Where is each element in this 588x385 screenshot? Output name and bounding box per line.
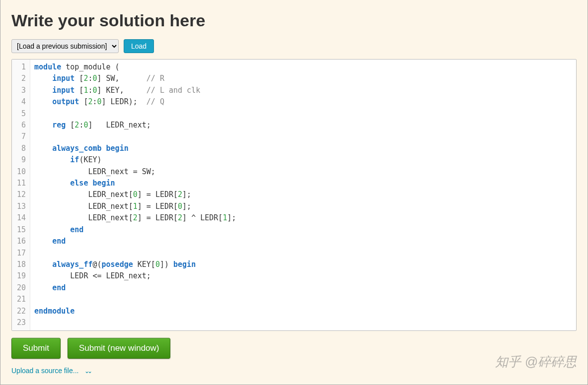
code-token: [34, 225, 70, 234]
code-line[interactable]: end: [34, 282, 572, 294]
line-number: 18: [17, 259, 26, 270]
code-line[interactable]: always_ff@(posedge KEY[0]) begin: [34, 259, 572, 270]
editor-code-area[interactable]: module top_module ( input [2:0] SW, // R…: [30, 60, 576, 330]
code-editor[interactable]: 1234567891011121314151617181920212223 mo…: [12, 60, 576, 330]
code-token: ] ^ LEDR[: [182, 213, 222, 222]
code-token: [: [74, 74, 83, 83]
line-number: 20: [17, 282, 26, 294]
load-button[interactable]: Load: [124, 39, 154, 53]
code-token: 2: [178, 190, 182, 199]
code-token: 0: [155, 260, 160, 269]
code-token: ] KEY,: [97, 86, 147, 95]
upload-source-link[interactable]: Upload a source file...: [11, 367, 78, 375]
code-token: LEDR <= LEDR_next;: [34, 271, 151, 280]
code-line[interactable]: [34, 131, 572, 142]
line-number: 19: [17, 270, 26, 282]
submit-new-window-button[interactable]: Submit (new window): [68, 338, 171, 359]
code-token: [: [66, 121, 74, 129]
code-token: LEDR_next[: [34, 213, 133, 222]
code-token: [34, 237, 52, 246]
code-token: @(: [92, 260, 101, 269]
code-token: [34, 74, 52, 83]
code-token: [34, 121, 52, 129]
line-number: 2: [17, 73, 26, 84]
code-token: [34, 283, 52, 292]
code-line[interactable]: if(KEY): [34, 154, 572, 166]
code-token: // L and clk: [147, 86, 200, 95]
chevron-down-icon: ⌄⌄: [84, 368, 90, 374]
line-number: 16: [17, 236, 26, 247]
line-number: 21: [17, 294, 26, 305]
submit-button[interactable]: Submit: [11, 338, 61, 359]
code-token: output: [52, 97, 79, 106]
code-token: begin: [173, 260, 196, 269]
code-token: 0: [133, 190, 138, 199]
line-number: 10: [17, 166, 26, 178]
code-token: [102, 144, 106, 153]
code-line[interactable]: input [2:0] SW, // R: [34, 73, 572, 84]
code-token: end: [52, 237, 66, 246]
editor-gutter: 1234567891011121314151617181920212223: [12, 60, 30, 330]
code-token: posedge: [102, 260, 133, 269]
code-line[interactable]: [34, 108, 572, 120]
line-number: 11: [17, 178, 26, 189]
code-line[interactable]: module top_module (: [34, 62, 572, 73]
code-token: 2: [178, 213, 182, 222]
page-container: Write your solution here [Load a previou…: [0, 0, 588, 385]
code-token: // Q: [147, 97, 164, 106]
code-token: 2: [133, 213, 138, 222]
submit-button-row: Submit Submit (new window): [11, 338, 577, 359]
line-number: 17: [17, 248, 26, 259]
code-token: LEDR_next[: [34, 202, 133, 211]
code-token: [: [74, 86, 83, 95]
line-number: 8: [17, 143, 26, 154]
code-token: [34, 155, 70, 164]
code-token: 0: [92, 86, 97, 95]
code-line[interactable]: input [1:0] KEY, // L and clk: [34, 85, 572, 96]
code-token: (KEY): [79, 155, 101, 164]
line-number: 6: [17, 120, 26, 131]
code-token: reg: [52, 121, 66, 129]
code-token: else: [70, 179, 88, 188]
code-token: top_module (: [61, 63, 119, 71]
code-line[interactable]: [34, 294, 572, 305]
code-line[interactable]: [34, 248, 572, 259]
code-line[interactable]: endmodule: [34, 306, 572, 317]
code-line[interactable]: LEDR <= LEDR_next;: [34, 270, 572, 282]
previous-submission-select[interactable]: [Load a previous submission]: [11, 39, 119, 53]
code-line[interactable]: [34, 317, 572, 328]
code-line[interactable]: LEDR_next = SW;: [34, 166, 572, 178]
code-token: ] = LEDR[: [138, 202, 178, 211]
line-number: 7: [17, 131, 26, 142]
code-line[interactable]: LEDR_next[1] = LEDR[0];: [34, 201, 572, 212]
code-token: always_comb: [52, 144, 101, 153]
code-token: ] SW,: [97, 74, 147, 83]
code-token: always_ff: [52, 260, 92, 269]
code-token: ]): [160, 260, 173, 269]
code-editor-frame: 1234567891011121314151617181920212223 mo…: [11, 59, 577, 331]
code-line[interactable]: LEDR_next[0] = LEDR[2];: [34, 189, 572, 200]
code-token: input: [52, 86, 74, 95]
code-token: input: [52, 74, 74, 83]
code-token: LEDR_next[: [34, 190, 133, 199]
line-number: 14: [17, 212, 26, 224]
code-line[interactable]: end: [34, 224, 572, 236]
line-number: 15: [17, 224, 26, 236]
line-number: 13: [17, 201, 26, 212]
code-token: LEDR_next = SW;: [34, 167, 155, 176]
line-number: 1: [17, 62, 26, 73]
code-token: ];: [227, 213, 236, 222]
code-line[interactable]: always_comb begin: [34, 143, 572, 154]
code-line[interactable]: else begin: [34, 178, 572, 189]
code-token: begin: [106, 144, 129, 153]
code-token: ];: [182, 190, 191, 199]
line-number: 12: [17, 189, 26, 200]
code-line[interactable]: end: [34, 236, 572, 247]
code-line[interactable]: reg [2:0] LEDR_next;: [34, 120, 572, 131]
code-token: endmodule: [34, 307, 74, 316]
code-line[interactable]: output [2:0] LEDR); // Q: [34, 96, 572, 108]
code-line[interactable]: LEDR_next[2] = LEDR[2] ^ LEDR[1];: [34, 212, 572, 224]
code-token: 1: [133, 202, 138, 211]
code-token: [34, 179, 70, 188]
code-token: 0: [97, 97, 102, 106]
